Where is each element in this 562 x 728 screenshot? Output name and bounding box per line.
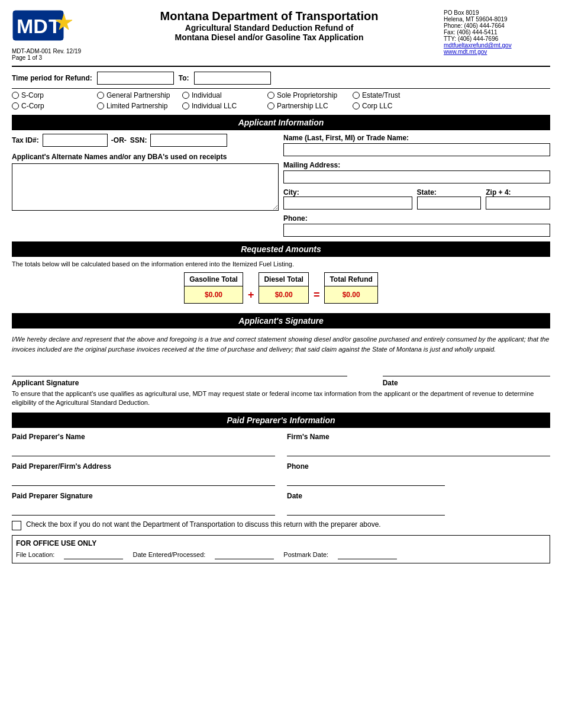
form-id: MDT-ADM-001 Rev. 12/19 xyxy=(12,48,95,54)
name-input[interactable] xyxy=(283,143,550,156)
zip-label: Zip + 4: xyxy=(486,188,550,197)
phone-label: Phone: xyxy=(283,214,550,223)
preparer-name-firm-row: Paid Preparer's Name Firm's Name xyxy=(12,433,550,456)
city-input[interactable] xyxy=(283,197,412,210)
plus-op-value: + xyxy=(243,286,259,304)
entity-sole-proprietorship[interactable]: Sole Proprietorship xyxy=(267,91,350,99)
paid-preparer-header: Paid Preparer's Information xyxy=(12,413,550,428)
radio-limited-partnership[interactable] xyxy=(97,102,104,109)
sub-title2: Montana Diesel and/or Gasoline Tax Appli… xyxy=(101,33,438,42)
applicant-sig-line xyxy=(12,363,347,376)
label-limited-partnership: Limited Partnership xyxy=(106,102,167,110)
time-period-from-input[interactable] xyxy=(97,72,174,85)
radio-ccorp[interactable] xyxy=(12,102,19,109)
preparer-phone-label: Phone xyxy=(287,462,550,471)
below-sig-text: To ensure that the applicant's use quali… xyxy=(12,389,550,408)
radio-individual-llc[interactable] xyxy=(182,102,189,109)
applicant-info-grid: Tax ID#: -OR- SSN: Applicant's Alternate… xyxy=(12,134,550,237)
radio-corp-llc[interactable] xyxy=(353,102,360,109)
radio-scorp[interactable] xyxy=(12,92,19,99)
main-title: Montana Department of Transportation xyxy=(101,9,438,23)
signature-section: I/We hereby declare and represent that t… xyxy=(12,334,550,408)
state-label: State: xyxy=(417,188,482,197)
label-general-partnership: General Partnership xyxy=(106,91,170,99)
tax-ssn-row: Tax ID#: -OR- SSN: xyxy=(12,134,279,147)
equals-op-value: = xyxy=(308,286,325,304)
preparer-name-label: Paid Preparer's Name xyxy=(12,433,275,441)
zip-input[interactable] xyxy=(486,197,550,210)
svg-text:MD: MD xyxy=(17,15,48,37)
entity-corp-llc[interactable]: Corp LLC xyxy=(353,102,435,110)
preparer-sig-col: Paid Preparer Signature xyxy=(12,492,275,516)
tax-id-label: Tax ID#: xyxy=(12,136,39,144)
date-sig-line xyxy=(383,363,550,376)
mailing-input[interactable] xyxy=(283,170,550,183)
entity-individual[interactable]: Individual xyxy=(182,91,265,99)
entity-row-1: S-Corp General Partnership Individual So… xyxy=(12,91,550,99)
checkbox-text: Check the box if you do not want the Dep… xyxy=(26,520,381,529)
applicant-left: Tax ID#: -OR- SSN: Applicant's Alternate… xyxy=(12,134,279,237)
contact-block: PO Box 8019 Helena, MT 59604-8019 Phone:… xyxy=(444,9,550,55)
radio-general-partnership[interactable] xyxy=(97,92,104,99)
diesel-header: Diesel Total xyxy=(259,273,308,286)
preparer-date-label: Date xyxy=(287,492,550,500)
radio-estate-trust[interactable] xyxy=(353,92,360,99)
preparer-phone-line xyxy=(287,473,445,486)
postmark-label: Postmark Date: xyxy=(283,551,328,558)
entity-estate-trust[interactable]: Estate/Trust xyxy=(353,91,435,99)
entity-individual-llc[interactable]: Individual LLC xyxy=(182,102,265,110)
file-location-label: File Location: xyxy=(16,551,54,558)
time-period-row: Time period for Refund: To: xyxy=(12,72,550,85)
website[interactable]: www.mdt.mt.gov xyxy=(444,49,550,55)
date-entered-field xyxy=(215,550,274,559)
label-individual-llc: Individual LLC xyxy=(192,102,237,110)
preparer-checkbox[interactable] xyxy=(12,521,21,530)
label-ccorp: C-Corp xyxy=(21,102,44,110)
entity-general-partnership[interactable]: General Partnership xyxy=(97,91,180,99)
ssn-input[interactable] xyxy=(150,134,227,147)
equals-op-header xyxy=(308,273,325,286)
label-estate-trust: Estate/Trust xyxy=(362,91,400,99)
title-block: Montana Department of Transportation Agr… xyxy=(95,9,444,42)
totals-table: Gasoline Total Diesel Total Total Refund… xyxy=(184,272,378,304)
preparer-sig-line xyxy=(12,502,275,516)
preparer-name-col: Paid Preparer's Name xyxy=(12,433,275,456)
entity-limited-partnership[interactable]: Limited Partnership xyxy=(97,102,180,110)
name-label: Name (Last, First, MI) or Trade Name: xyxy=(283,134,550,142)
total-value: $0.00 xyxy=(325,286,377,304)
date-label: Date xyxy=(383,379,550,387)
preparer-sig-label: Paid Preparer Signature xyxy=(12,492,275,500)
firm-name-line xyxy=(287,443,550,456)
radio-individual[interactable] xyxy=(182,92,189,99)
totals-container: Gasoline Total Diesel Total Total Refund… xyxy=(12,272,550,304)
entity-scorp[interactable]: S-Corp xyxy=(12,91,95,99)
tax-id-input[interactable] xyxy=(43,134,108,147)
date-entered-label: Date Entered/Processed: xyxy=(133,551,205,558)
preparer-address-phone-row: Paid Preparer/Firm's Address Phone xyxy=(12,462,550,486)
entity-partnership-llc[interactable]: Partnership LLC xyxy=(267,102,350,110)
email[interactable]: mdtfueltaxrefund@mt.gov xyxy=(444,42,550,49)
gasoline-header: Gasoline Total xyxy=(185,273,243,286)
radio-sole-proprietorship[interactable] xyxy=(267,92,274,99)
preparer-date-col: Date xyxy=(287,492,550,516)
file-location-field xyxy=(64,550,123,559)
or-label: -OR- xyxy=(111,136,127,144)
sub-title1: Agricultural Standard Deduction Refund o… xyxy=(101,23,438,33)
time-period-to-input[interactable] xyxy=(194,72,271,85)
state-col: State: xyxy=(417,188,482,210)
entity-row-2: C-Corp Limited Partnership Individual LL… xyxy=(12,102,550,110)
applicant-sig-header: Applicant's Signature xyxy=(12,313,550,328)
radio-partnership-llc[interactable] xyxy=(267,102,274,109)
requested-desc: The totals below will be calculated base… xyxy=(12,260,550,268)
header-divider xyxy=(12,66,550,67)
ssn-label: SSN: xyxy=(130,136,147,144)
time-period-label: Time period for Refund: xyxy=(12,74,92,82)
preparer-address-label: Paid Preparer/Firm's Address xyxy=(12,462,275,471)
phone-input[interactable] xyxy=(283,224,550,237)
office-use-section: FOR OFFICE USE ONLY File Location: Date … xyxy=(12,535,550,563)
sig-line-row xyxy=(12,363,550,376)
dba-textarea[interactable] xyxy=(12,163,279,211)
entity-ccorp[interactable]: C-Corp xyxy=(12,102,95,110)
mailing-label: Mailing Address: xyxy=(283,161,550,169)
state-input[interactable] xyxy=(417,197,482,210)
